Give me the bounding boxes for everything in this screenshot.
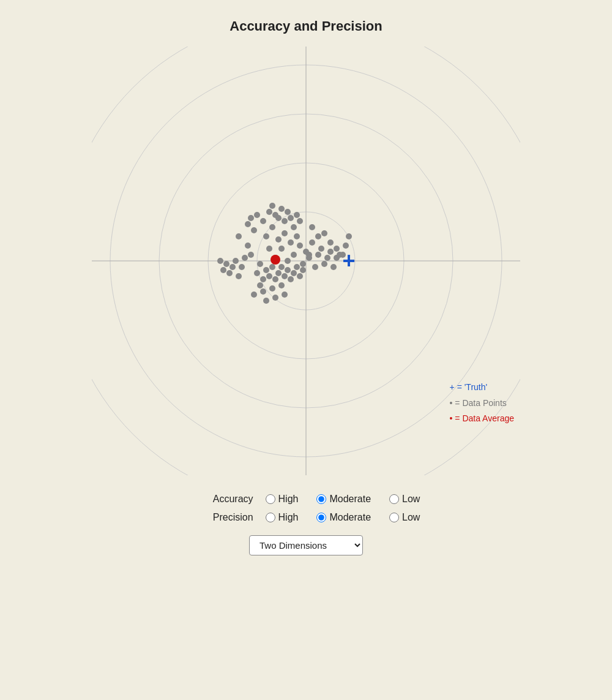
- svg-point-73: [291, 224, 297, 230]
- svg-text:+: +: [342, 248, 355, 273]
- svg-point-30: [318, 246, 324, 252]
- svg-point-58: [223, 261, 230, 267]
- svg-point-63: [254, 212, 260, 218]
- svg-point-61: [245, 221, 251, 227]
- svg-point-20: [288, 239, 294, 246]
- svg-point-54: [236, 273, 242, 279]
- accuracy-row: Accuracy High Moderate Low: [92, 494, 520, 505]
- svg-point-14: [269, 224, 275, 230]
- accuracy-low-radio[interactable]: [389, 494, 399, 504]
- svg-point-41: [266, 273, 272, 279]
- svg-point-18: [282, 230, 288, 236]
- legend-truth: + = 'Truth': [450, 380, 514, 395]
- svg-point-32: [324, 255, 330, 261]
- svg-point-21: [291, 252, 297, 258]
- svg-point-57: [226, 270, 233, 276]
- accuracy-low-label: Low: [402, 494, 420, 505]
- svg-point-86: [278, 282, 285, 288]
- accuracy-moderate-option[interactable]: Moderate: [316, 494, 371, 505]
- svg-point-82: [346, 233, 352, 239]
- svg-point-48: [288, 276, 294, 282]
- precision-moderate-label: Moderate: [329, 512, 371, 523]
- svg-point-71: [285, 209, 291, 215]
- svg-point-40: [263, 267, 269, 273]
- svg-point-10: [248, 252, 254, 258]
- accuracy-label: Accuracy: [192, 494, 253, 505]
- svg-point-17: [278, 246, 285, 252]
- svg-point-56: [230, 264, 236, 270]
- precision-label: Precision: [192, 512, 253, 523]
- svg-point-13: [266, 246, 272, 252]
- accuracy-moderate-radio[interactable]: [316, 494, 326, 504]
- svg-point-66: [269, 203, 275, 209]
- svg-point-39: [260, 276, 266, 282]
- svg-point-55: [233, 258, 239, 264]
- svg-point-87: [269, 285, 275, 292]
- svg-point-46: [282, 273, 288, 279]
- svg-point-43: [272, 276, 278, 282]
- dropdown-row: Two Dimensions Three Dimensions: [92, 535, 520, 555]
- svg-point-33: [327, 249, 334, 255]
- precision-low-option[interactable]: Low: [389, 512, 420, 523]
- svg-point-70: [282, 218, 288, 224]
- svg-point-7: [236, 233, 242, 239]
- svg-point-76: [315, 233, 321, 239]
- svg-point-42: [269, 264, 275, 270]
- svg-point-23: [297, 243, 303, 249]
- svg-point-11: [257, 261, 263, 267]
- svg-point-59: [220, 267, 226, 273]
- legend-data-points: • = Data Points: [450, 396, 514, 411]
- svg-point-9: [251, 227, 257, 233]
- svg-point-91: [272, 295, 278, 301]
- svg-point-60: [217, 258, 223, 264]
- svg-point-44: [275, 270, 282, 276]
- precision-moderate-radio[interactable]: [316, 513, 326, 522]
- accuracy-moderate-label: Moderate: [329, 494, 371, 505]
- svg-point-79: [334, 246, 340, 252]
- svg-point-92: [282, 292, 288, 298]
- svg-point-34: [330, 264, 337, 270]
- svg-point-69: [278, 206, 285, 212]
- precision-moderate-option[interactable]: Moderate: [316, 512, 371, 523]
- svg-point-78: [327, 239, 334, 246]
- accuracy-high-option[interactable]: High: [266, 494, 299, 505]
- dimension-select[interactable]: Two Dimensions Three Dimensions: [249, 535, 363, 555]
- svg-point-84: [306, 252, 312, 258]
- svg-point-94: [271, 255, 280, 265]
- svg-point-24: [300, 261, 306, 267]
- svg-point-88: [260, 288, 266, 295]
- legend: + = 'Truth' • = Data Points • = Data Ave…: [450, 380, 514, 426]
- svg-point-77: [321, 230, 327, 236]
- accuracy-low-option[interactable]: Low: [389, 494, 420, 505]
- accuracy-high-radio[interactable]: [266, 494, 275, 504]
- svg-point-8: [245, 243, 251, 249]
- precision-high-option[interactable]: High: [266, 512, 299, 523]
- svg-point-45: [278, 264, 285, 270]
- svg-point-31: [321, 261, 327, 267]
- precision-row: Precision High Moderate Low: [92, 512, 520, 523]
- svg-point-75: [297, 218, 303, 224]
- svg-point-65: [266, 209, 272, 215]
- precision-low-label: Low: [402, 512, 420, 523]
- precision-high-label: High: [278, 512, 299, 523]
- svg-point-85: [300, 267, 306, 273]
- svg-point-64: [260, 218, 266, 224]
- legend-avg: • = Data Average: [450, 411, 514, 426]
- svg-point-72: [288, 215, 294, 221]
- svg-point-28: [312, 264, 318, 270]
- svg-point-51: [297, 273, 303, 279]
- precision-high-radio[interactable]: [266, 513, 275, 522]
- svg-point-90: [263, 298, 269, 304]
- page-container: Accuracy and Precision: [0, 0, 612, 700]
- svg-point-29: [315, 252, 321, 258]
- svg-point-50: [294, 264, 300, 270]
- svg-point-16: [275, 236, 282, 243]
- precision-radio-group: High Moderate Low: [266, 512, 420, 523]
- controls: Accuracy High Moderate Low Precision: [92, 494, 520, 555]
- svg-point-49: [291, 270, 297, 276]
- precision-low-radio[interactable]: [389, 513, 399, 522]
- svg-point-62: [248, 215, 254, 221]
- svg-point-53: [239, 264, 245, 270]
- svg-point-52: [242, 255, 248, 261]
- accuracy-radio-group: High Moderate Low: [266, 494, 420, 505]
